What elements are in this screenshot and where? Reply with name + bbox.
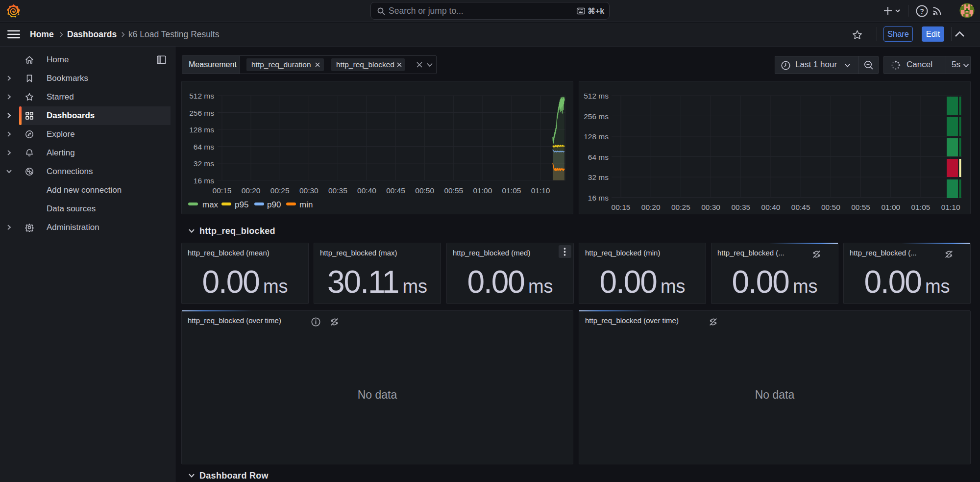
svg-text:00:50: 00:50: [821, 203, 840, 211]
svg-text:01:10: 01:10: [941, 203, 960, 211]
svg-text:00:15: 00:15: [213, 186, 232, 195]
svg-text:512 ms: 512 ms: [189, 92, 214, 100]
svg-text:00:15: 00:15: [612, 203, 631, 211]
svg-text:256 ms: 256 ms: [584, 112, 609, 121]
svg-text:32 ms: 32 ms: [194, 159, 214, 168]
svg-text:64 ms: 64 ms: [588, 153, 609, 161]
svg-text:00:40: 00:40: [357, 186, 376, 195]
svg-text:00:45: 00:45: [386, 186, 405, 195]
svg-text:16 ms: 16 ms: [588, 194, 609, 202]
svg-text:?: ?: [920, 7, 924, 15]
svg-text:00:20: 00:20: [242, 186, 261, 195]
svg-text:00:20: 00:20: [641, 203, 661, 211]
svg-text:16 ms: 16 ms: [194, 177, 214, 185]
svg-text:64 ms: 64 ms: [194, 143, 214, 151]
svg-text:00:35: 00:35: [731, 203, 750, 211]
svg-text:00:55: 00:55: [444, 186, 463, 195]
svg-text:max: max: [202, 200, 219, 209]
svg-text:128 ms: 128 ms: [189, 126, 214, 134]
svg-text:128 ms: 128 ms: [584, 132, 609, 141]
svg-text:00:40: 00:40: [761, 203, 781, 211]
svg-text:00:45: 00:45: [791, 203, 810, 211]
svg-text:512 ms: 512 ms: [584, 92, 609, 100]
svg-text:01:05: 01:05: [502, 186, 521, 195]
svg-text:p95: p95: [235, 200, 248, 209]
svg-text:32 ms: 32 ms: [588, 173, 609, 181]
svg-text:01:05: 01:05: [911, 203, 931, 211]
svg-text:00:25: 00:25: [270, 186, 290, 195]
svg-text:00:50: 00:50: [415, 186, 434, 195]
svg-text:p90: p90: [267, 200, 281, 209]
svg-text:01:00: 01:00: [881, 203, 900, 211]
svg-text:00:30: 00:30: [701, 203, 720, 211]
svg-text:00:25: 00:25: [671, 203, 690, 211]
svg-text:min: min: [299, 200, 313, 209]
svg-text:00:35: 00:35: [328, 186, 347, 195]
svg-text:01:00: 01:00: [473, 186, 492, 195]
svg-text:00:30: 00:30: [299, 186, 318, 195]
svg-text:01:10: 01:10: [531, 186, 550, 195]
svg-text:256 ms: 256 ms: [189, 109, 214, 117]
svg-text:00:55: 00:55: [851, 203, 870, 211]
